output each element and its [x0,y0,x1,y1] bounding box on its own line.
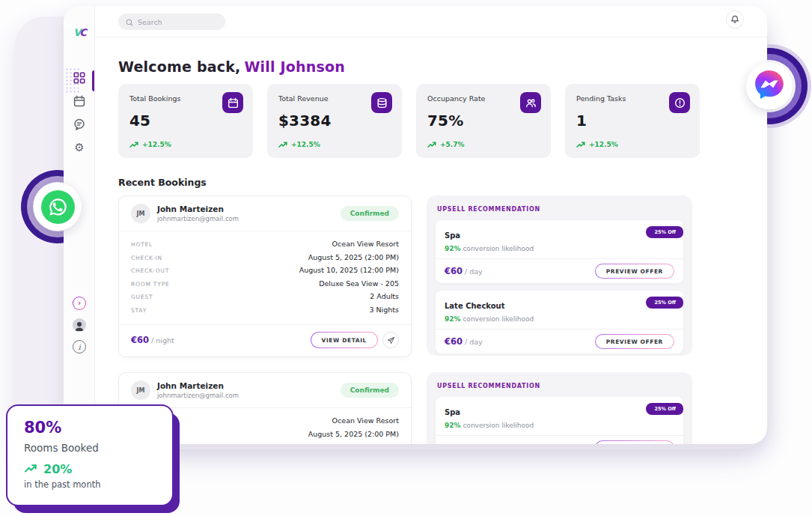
stat-value: 45 [129,112,242,130]
app-logo: VC [64,27,95,38]
upsell-price: €60 [445,336,463,347]
booking-detail-row: CHECK-INAugust 5, 2025 (2:00 PM) [131,253,399,261]
booking-card: JM John Marteizen johnmartizen@gmail.com… [118,195,412,357]
stat-change: +12.5% [576,141,618,148]
search-box[interactable] [118,13,225,30]
sidebar-item-bookings[interactable] [73,95,85,107]
conversion-likelihood: 92% conversion likelihood [436,312,683,329]
guest-avatar: JM [131,380,150,400]
stat-change: +5.7% [427,141,465,148]
settings-gear-icon: ⚙ [73,142,85,154]
stat-card-occupancy-rate: Occupancy Rate 75% +5.7% [416,84,551,158]
upsell-panel: UPSELL RECOMMENDATION Spa 25% Off 92% co… [427,195,692,356]
trend-up-icon [24,462,37,476]
stat-change: +12.5% [278,141,320,148]
info-button[interactable]: i [73,340,86,353]
view-detail-button[interactable]: VIEW DETAIL [311,332,378,348]
whatsapp-icon [41,190,75,224]
stat-card-total-bookings: Total Bookings 45 +12.5% [118,84,253,158]
rooms-booked-change: 20% [24,462,156,476]
guest-email: johnmartizen@gmail.com [157,392,239,399]
status-badge: Confirmed [341,383,399,398]
section-title-recent-bookings: Recent Bookings [118,177,207,188]
status-badge: Confirmed [341,206,399,221]
trend-up-icon [427,141,436,148]
rooms-booked-value: 80% [24,419,156,437]
stat-value: 75% [427,112,540,130]
stat-card-total-revenue: Total Revenue $3384 +12.5% [267,84,402,158]
whatsapp-launcher[interactable] [34,183,82,231]
preview-offer-button[interactable]: PREVIEW OFFER [595,264,674,279]
search-input[interactable] [138,18,213,26]
upsell-item-late-checkout: Late Checkout 25% Off 92% conversion lik… [436,291,683,353]
page-title: Welcome back,Will Johnson [118,58,345,75]
sidebar-item-settings[interactable]: ⚙ [73,142,85,154]
guest-avatar: JM [131,204,150,223]
preview-offer-button[interactable]: PREVIEW OFFER [595,334,674,349]
bell-icon [730,13,739,27]
user-avatar[interactable] [73,318,86,332]
coins-icon [371,92,392,113]
upsell-price: €60 [445,266,463,276]
user-name: Will Johnson [244,58,345,75]
booking-detail-row: STAY3 Nights [131,306,399,314]
upsell-name: Spa [445,231,460,240]
trend-up-icon [576,141,585,148]
upsell-item-spa: Spa 25% Off 92% conversion likelihood €6… [436,397,683,444]
preview-offer-button[interactable]: PREVIEW OFFER [595,440,674,444]
sidebar-item-dashboard[interactable] [73,72,85,84]
rooms-booked-label: Rooms Booked [24,442,156,454]
rooms-booked-card: 80% Rooms Booked 20% in the past month [6,404,174,506]
guest-email: johnmartizen@gmail.com [157,215,239,222]
conversion-likelihood: 92% conversion likelihood [436,418,683,435]
booking-price-unit: / night [151,336,174,344]
search-icon [126,15,133,29]
booking-detail-row: HOTELOcean View Resort [131,240,399,248]
notification-bell-button[interactable] [726,10,744,28]
stat-value: 1 [576,112,689,130]
upsell-item-spa: Spa 25% Off 92% conversion likelihood €6… [436,220,683,283]
stat-change: +12.5% [129,141,171,148]
send-button[interactable] [382,332,399,348]
messenger-icon [753,68,786,104]
trend-up-icon [278,141,287,148]
sidebar-expand-button[interactable]: › [73,297,86,310]
conversion-likelihood: 92% conversion likelihood [436,241,683,258]
upsell-name: Late Checkout [445,302,504,310]
upsell-price-unit: / day [465,267,483,276]
guests-icon [520,92,541,113]
upsell-panel: UPSELL RECOMMENDATION Spa 25% Off 92% co… [427,372,692,444]
upsell-name: Spa [445,408,460,416]
upsell-price: €60 [445,443,463,444]
top-bar [95,6,767,37]
stat-value: $3384 [278,112,391,130]
calendar-icon [222,92,243,113]
dashboard-grid-icon [73,72,85,84]
discount-badge: 25% Off [646,226,683,238]
sidebar-item-messages[interactable] [73,118,85,130]
upsell-title: UPSELL RECOMMENDATION [437,206,683,213]
stat-card-pending-tasks: Pending Tasks 1 +12.5% [565,84,700,158]
calendar-icon [73,95,85,107]
booking-detail-row: GUEST2 Adults [131,292,399,300]
dashboard-screenshot: VC ⚙ › [0,0,812,516]
chat-icon [73,118,85,130]
messenger-launcher[interactable] [746,63,793,109]
upsell-title: UPSELL RECOMMENDATION [437,383,683,389]
alert-icon [669,92,690,113]
booking-detail-row: ROOM TYPEDeluxe Sea View - 205 [131,279,399,288]
discount-badge: 25% Off [646,403,683,415]
booking-detail-row: CHECK-OUTAugust 10, 2025 (12:00 PM) [131,266,399,274]
upsell-price-unit: / day [465,338,483,346]
guest-name: John Marteizen [157,381,239,390]
rooms-booked-caption: in the past month [24,479,156,490]
discount-badge: 25% Off [646,297,683,309]
app-window: VC ⚙ › [64,6,767,444]
trend-up-icon [129,141,138,148]
welcome-prefix: Welcome back, [118,58,240,75]
paper-plane-icon [387,333,395,347]
guest-name: John Marteizen [157,204,239,213]
booking-price: €60 [131,335,149,345]
upsell-price-unit: / day [465,444,483,445]
